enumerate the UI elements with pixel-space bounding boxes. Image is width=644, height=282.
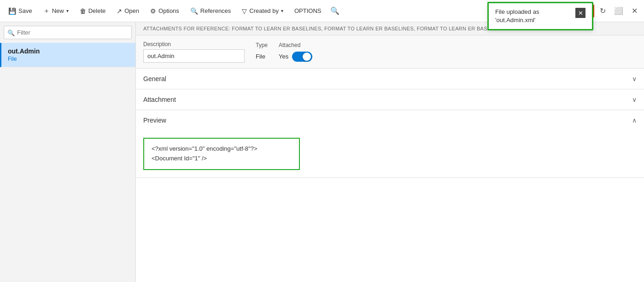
filter-search-icon: 🔍 xyxy=(7,29,15,36)
refresh-button[interactable]: ↻ xyxy=(597,4,609,18)
type-label: Type xyxy=(256,42,268,48)
filter-icon: ▽ xyxy=(242,7,247,15)
attached-toggle-container: Yes xyxy=(279,50,312,63)
preview-chevron-icon: ∧ xyxy=(632,117,637,124)
filter-input[interactable] xyxy=(4,26,132,39)
created-by-chevron-icon: ▾ xyxy=(281,8,283,13)
save-button[interactable]: 💾 Save xyxy=(4,5,37,18)
notification-popup: File uploaded as 'out.Admin.xml' ✕ xyxy=(487,2,593,30)
save-icon: 💾 xyxy=(8,7,16,15)
attachment-chevron-icon: ∨ xyxy=(632,96,637,103)
references-icon: 🔍 xyxy=(190,7,198,15)
main-layout: 🔍 out.Admin File ATTACHMENTS FOR REFEREN… xyxy=(0,22,644,282)
xml-line-1: <?xml version="1.0" encoding="utf-8"?> xyxy=(152,144,292,154)
notification-close-button[interactable]: ✕ xyxy=(575,8,585,18)
references-button[interactable]: 🔍 References xyxy=(186,5,235,18)
search-button[interactable]: 🔍 xyxy=(328,4,342,18)
description-input[interactable] xyxy=(143,49,245,63)
close-window-icon: ✕ xyxy=(632,7,638,15)
preview-header[interactable]: Preview ∧ xyxy=(136,110,644,130)
open-label: Open xyxy=(124,7,139,14)
delete-button[interactable]: 🗑 Delete xyxy=(75,5,111,18)
attached-toggle[interactable] xyxy=(292,52,312,62)
created-by-label: Created by xyxy=(249,7,279,14)
attached-label: Attached xyxy=(279,42,312,48)
type-value: File xyxy=(256,50,268,63)
sidebar: 🔍 out.Admin File xyxy=(0,22,136,282)
created-by-button[interactable]: ▽ Created by ▾ xyxy=(237,5,288,18)
toggle-track[interactable] xyxy=(292,52,312,62)
options-caps-label: OPTIONS xyxy=(294,7,322,14)
form-area: Description Type File Attached Yes xyxy=(136,35,644,69)
type-field: Type File xyxy=(256,42,268,63)
sidebar-item-type: File xyxy=(8,56,129,62)
general-section: General ∨ xyxy=(136,69,644,89)
sidebar-item-out-admin[interactable]: out.Admin File xyxy=(0,43,135,67)
attachment-section: Attachment ∨ xyxy=(136,89,644,110)
plus-icon: ＋ xyxy=(43,7,50,15)
content-area: ATTACHMENTS FOR REFERENCE: FORMAT TO LEA… xyxy=(136,22,644,282)
maximize-icon: ⬜ xyxy=(614,7,623,15)
description-label: Description xyxy=(143,41,245,47)
notification-message: File uploaded as 'out.Admin.xml' xyxy=(495,8,572,24)
attachment-header[interactable]: Attachment ∨ xyxy=(136,89,644,110)
options-label: Options xyxy=(158,7,179,14)
open-button[interactable]: ↗ Open xyxy=(112,5,144,18)
new-button[interactable]: ＋ New ▾ xyxy=(39,4,73,18)
preview-label: Preview xyxy=(143,117,166,124)
sidebar-filter-container: 🔍 xyxy=(4,26,132,39)
search-icon: 🔍 xyxy=(330,7,340,15)
general-chevron-icon: ∨ xyxy=(632,75,637,82)
attached-field: Attached Yes xyxy=(279,42,312,63)
references-label: References xyxy=(200,7,231,14)
options-caps-button[interactable]: OPTIONS xyxy=(290,5,326,17)
delete-icon: 🗑 xyxy=(80,7,86,15)
xml-line-2: <Document Id="1" /> xyxy=(152,154,292,164)
content-scroll[interactable]: General ∨ Attachment ∨ Preview ∧ xyxy=(136,69,644,282)
general-label: General xyxy=(143,75,166,82)
new-chevron-icon: ▾ xyxy=(66,8,69,13)
notification-close-icon: ✕ xyxy=(578,10,583,17)
delete-label: Delete xyxy=(88,7,106,14)
description-field: Description xyxy=(143,41,245,63)
options-button[interactable]: ⚙ Options xyxy=(146,5,184,18)
attached-value: Yes xyxy=(279,50,288,63)
xml-preview: <?xml version="1.0" encoding="utf-8"?> <… xyxy=(143,138,300,170)
new-label: New xyxy=(52,7,64,14)
save-label: Save xyxy=(18,7,32,14)
maximize-button[interactable]: ⬜ xyxy=(611,4,626,18)
general-header[interactable]: General ∨ xyxy=(136,69,644,89)
refresh-icon: ↻ xyxy=(600,7,606,15)
open-icon: ↗ xyxy=(117,7,122,15)
preview-section: Preview ∧ <?xml version="1.0" encoding="… xyxy=(136,110,644,178)
options-gear-icon: ⚙ xyxy=(150,7,156,15)
preview-body: <?xml version="1.0" encoding="utf-8"?> <… xyxy=(136,130,644,177)
attachment-label: Attachment xyxy=(143,96,176,103)
sidebar-item-name: out.Admin xyxy=(8,47,129,55)
toggle-thumb xyxy=(303,53,311,61)
close-window-button[interactable]: ✕ xyxy=(629,4,640,18)
